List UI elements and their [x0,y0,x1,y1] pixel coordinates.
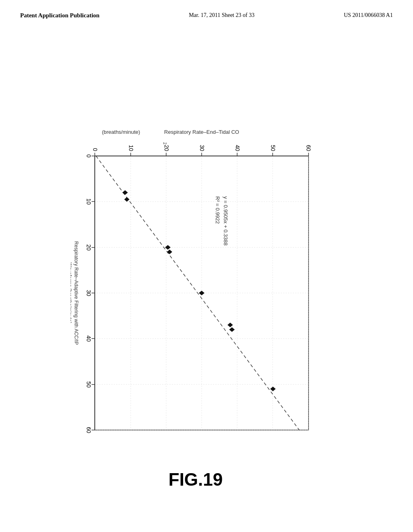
svg-text:50: 50 [86,381,92,388]
svg-text:10: 10 [128,145,134,151]
svg-text:y = 0.9505x + 0.3388: y = 0.9505x + 0.3388 [223,196,229,245]
chart-wrapper: 0 10 20 30 40 50 60 0 10 20 30 40 50 60 [71,124,321,454]
publication-label: Patent Application Publication [20,12,100,19]
chart-rotated: 0 10 20 30 40 50 60 0 10 20 30 40 50 60 [54,114,337,464]
main-content: 0 10 20 30 40 50 60 0 10 20 30 40 50 60 [0,19,413,519]
svg-text:0: 0 [86,154,92,158]
chart-svg: 0 10 20 30 40 50 60 0 10 20 30 40 50 60 [71,124,321,454]
svg-text:30: 30 [199,145,205,151]
svg-text:60: 60 [86,427,92,433]
svg-text:Waveforms (breaths/minute): Waveforms (breaths/minute) [71,263,73,324]
svg-text:Respiratory Rate–End–Tidal CO: Respiratory Rate–End–Tidal CO [164,129,239,135]
date-sheet-label: Mar. 17, 2011 Sheet 23 of 33 [189,12,254,19]
svg-text:R² = 0.9922: R² = 0.9922 [215,196,221,224]
svg-text:20: 20 [163,145,170,151]
svg-text:40: 40 [234,145,241,151]
patent-number-label: US 2011/0066038 A1 [344,12,393,19]
svg-text:20: 20 [86,244,92,251]
svg-text:40: 40 [86,335,92,342]
svg-text:10: 10 [86,198,92,205]
chart-container: 0 10 20 30 40 50 60 0 10 20 30 40 50 60 [20,67,371,511]
svg-text:0: 0 [92,148,98,151]
svg-text:50: 50 [270,145,276,151]
svg-text:60: 60 [305,145,312,151]
svg-text:Respiratory Rate–Adaptive Filt: Respiratory Rate–Adaptive Filtering with… [73,241,79,345]
svg-text:(breaths/minute): (breaths/minute) [102,129,140,135]
page-header: Patent Application Publication Mar. 17, … [0,0,413,19]
svg-text:2: 2 [163,142,167,145]
figure-label: FIG.19 [169,470,223,490]
svg-text:30: 30 [86,290,92,296]
